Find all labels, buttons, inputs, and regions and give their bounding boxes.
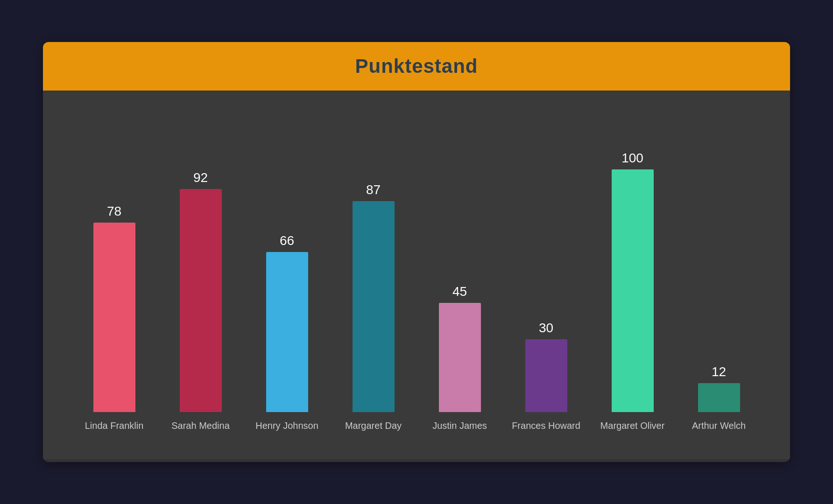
bar-group: 66Henry Johnson — [244, 233, 330, 431]
bar-rect — [93, 223, 135, 412]
bar-value: 66 — [280, 233, 294, 248]
bar-rect — [353, 201, 395, 412]
bar-group: 45Justin James — [416, 284, 503, 431]
bar-label: Linda Franklin — [85, 420, 144, 431]
bar-rect — [180, 189, 222, 412]
bar-value: 92 — [193, 170, 208, 185]
chart-container: Punktestand 78Linda Franklin92Sarah Medi… — [43, 42, 790, 462]
bar-value: 12 — [712, 364, 726, 379]
chart-body: 78Linda Franklin92Sarah Medina66Henry Jo… — [43, 91, 790, 459]
bar-label: Justin James — [432, 420, 487, 431]
bar-group: 12Arthur Welch — [676, 364, 762, 431]
bar-label: Frances Howard — [512, 420, 580, 431]
bar-value: 100 — [621, 151, 643, 166]
bar-group: 87Margaret Day — [330, 182, 416, 431]
bars-wrapper: 78Linda Franklin92Sarah Medina66Henry Jo… — [71, 109, 762, 431]
bar-rect — [612, 169, 654, 412]
chart-header: Punktestand — [43, 42, 790, 91]
bar-value: 87 — [366, 182, 381, 197]
bar-rect — [266, 252, 308, 412]
bar-label: Margaret Oliver — [600, 420, 665, 431]
bar-label: Henry Johnson — [255, 420, 318, 431]
bar-group: 78Linda Franklin — [71, 204, 157, 431]
bar-label: Sarah Medina — [171, 420, 230, 431]
bar-value: 30 — [539, 321, 553, 336]
bar-label: Margaret Day — [345, 420, 402, 431]
bar-group: 30Frances Howard — [503, 321, 589, 431]
bar-group: 92Sarah Medina — [157, 170, 244, 431]
bar-label: Arthur Welch — [692, 420, 746, 431]
chart-title: Punktestand — [355, 55, 478, 77]
bar-value: 45 — [452, 284, 467, 299]
bar-group: 100Margaret Oliver — [589, 151, 676, 431]
bar-rect — [698, 383, 740, 412]
bar-rect — [439, 303, 481, 412]
bar-rect — [525, 339, 567, 412]
bar-value: 78 — [107, 204, 121, 219]
